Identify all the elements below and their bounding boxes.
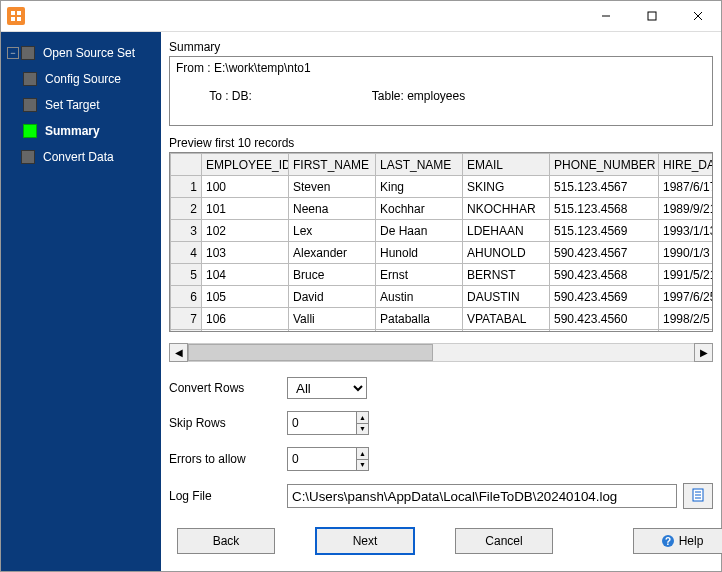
scroll-right-icon[interactable]: ▶ bbox=[694, 343, 713, 362]
table-cell: Valli bbox=[289, 308, 376, 330]
scroll-thumb[interactable] bbox=[188, 344, 433, 361]
row-number-cell: 8 bbox=[171, 330, 202, 332]
spin-up-icon[interactable]: ▲ bbox=[357, 412, 368, 424]
summary-to-line: To : DB:Table: employees bbox=[176, 75, 706, 117]
sidebar-item-summary[interactable]: Summary bbox=[5, 118, 157, 144]
wizard-footer: Back Next Cancel ? Help bbox=[169, 515, 713, 565]
cancel-button[interactable]: Cancel bbox=[455, 528, 553, 554]
table-row[interactable]: 5104BruceErnstBERNST590.423.45681991/5/2… bbox=[171, 264, 714, 286]
col-header[interactable]: PHONE_NUMBER bbox=[550, 154, 659, 176]
table-cell: LDEHAAN bbox=[463, 220, 550, 242]
table-row[interactable]: 7106ValliPataballaVPATABAL590.423.456019… bbox=[171, 308, 714, 330]
wizard-sidebar: − Open Source Set Config Source Set Targ… bbox=[1, 32, 161, 571]
table-cell: 100 bbox=[202, 176, 289, 198]
table-cell: Lex bbox=[289, 220, 376, 242]
skip-rows-label: Skip Rows bbox=[169, 416, 287, 430]
spin-down-icon[interactable]: ▼ bbox=[357, 424, 368, 435]
table-row[interactable]: 6105DavidAustinDAUSTIN590.423.45691997/6… bbox=[171, 286, 714, 308]
close-button[interactable] bbox=[675, 1, 721, 31]
svg-text:?: ? bbox=[665, 536, 671, 547]
summary-heading: Summary bbox=[169, 40, 713, 54]
table-cell: 515.123.4568 bbox=[550, 198, 659, 220]
table-cell: 590.423.4560 bbox=[550, 308, 659, 330]
convert-rows-select[interactable]: All bbox=[287, 377, 367, 399]
spin-down-icon[interactable]: ▼ bbox=[357, 460, 368, 471]
table-cell: 590.423.5567 bbox=[550, 330, 659, 332]
col-header[interactable]: LAST_NAME bbox=[376, 154, 463, 176]
skip-rows-input[interactable] bbox=[288, 412, 356, 434]
table-cell: Lorentz bbox=[376, 330, 463, 332]
table-row[interactable]: 3102LexDe HaanLDEHAAN515.123.45691993/1/… bbox=[171, 220, 714, 242]
table-row[interactable]: 1100StevenKingSKING515.123.45671987/6/17… bbox=[171, 176, 714, 198]
col-header[interactable]: FIRST_NAME bbox=[289, 154, 376, 176]
col-header[interactable]: EMAIL bbox=[463, 154, 550, 176]
table-cell: 1991/5/21 bbox=[659, 264, 714, 286]
table-cell: Pataballa bbox=[376, 308, 463, 330]
row-number-cell: 6 bbox=[171, 286, 202, 308]
svg-rect-5 bbox=[648, 12, 656, 20]
help-button[interactable]: ? Help bbox=[633, 528, 722, 554]
sidebar-item-config-source[interactable]: Config Source bbox=[5, 66, 157, 92]
table-cell: 101 bbox=[202, 198, 289, 220]
table-row[interactable]: 4103AlexanderHunoldAHUNOLD590.423.456719… bbox=[171, 242, 714, 264]
table-cell: 1997/6/25 bbox=[659, 286, 714, 308]
table-cell: SKING bbox=[463, 176, 550, 198]
table-cell: 106 bbox=[202, 308, 289, 330]
next-button[interactable]: Next bbox=[315, 527, 415, 555]
tree-collapse-icon[interactable]: − bbox=[7, 47, 19, 59]
summary-to-left: To : DB: bbox=[209, 89, 252, 103]
svg-rect-3 bbox=[17, 17, 21, 21]
row-number-header bbox=[171, 154, 202, 176]
preview-table[interactable]: EMPLOYEE_ID FIRST_NAME LAST_NAME EMAIL P… bbox=[169, 152, 713, 332]
skip-rows-spinner[interactable]: ▲▼ bbox=[287, 411, 369, 435]
maximize-button[interactable] bbox=[629, 1, 675, 31]
row-number-cell: 4 bbox=[171, 242, 202, 264]
table-cell: 1999/2/7 bbox=[659, 330, 714, 332]
summary-box: From : E:\work\temp\nto1 To : DB:Table: … bbox=[169, 56, 713, 126]
table-cell: DAUSTIN bbox=[463, 286, 550, 308]
main-panel: Summary From : E:\work\temp\nto1 To : DB… bbox=[161, 32, 721, 571]
table-row[interactable]: 2101NeenaKochharNKOCHHAR515.123.45681989… bbox=[171, 198, 714, 220]
sidebar-item-label: Open Source Set bbox=[43, 46, 135, 60]
sidebar-item-label: Summary bbox=[45, 124, 100, 138]
row-number-cell: 3 bbox=[171, 220, 202, 242]
row-number-cell: 2 bbox=[171, 198, 202, 220]
row-number-cell: 7 bbox=[171, 308, 202, 330]
table-cell: DLORENTZ bbox=[463, 330, 550, 332]
table-row[interactable]: 8107DianaLorentzDLORENTZ590.423.55671999… bbox=[171, 330, 714, 332]
sidebar-item-convert-data[interactable]: − Convert Data bbox=[5, 144, 157, 170]
step-status-icon bbox=[21, 46, 35, 60]
logfile-input[interactable] bbox=[287, 484, 677, 508]
sidebar-item-open-source-set[interactable]: − Open Source Set bbox=[5, 40, 157, 66]
horizontal-scrollbar[interactable]: ◀ ▶ bbox=[169, 344, 713, 361]
step-status-icon bbox=[23, 72, 37, 86]
spin-up-icon[interactable]: ▲ bbox=[357, 448, 368, 460]
sidebar-item-set-target[interactable]: Set Target bbox=[5, 92, 157, 118]
scroll-track[interactable] bbox=[188, 343, 694, 362]
table-cell: Alexander bbox=[289, 242, 376, 264]
sidebar-item-label: Convert Data bbox=[43, 150, 114, 164]
table-cell: Steven bbox=[289, 176, 376, 198]
row-number-cell: 1 bbox=[171, 176, 202, 198]
table-cell: 1987/6/17 bbox=[659, 176, 714, 198]
table-cell: Diana bbox=[289, 330, 376, 332]
scroll-left-icon[interactable]: ◀ bbox=[169, 343, 188, 362]
preview-heading: Preview first 10 records bbox=[169, 136, 713, 150]
document-icon bbox=[690, 487, 706, 506]
back-button[interactable]: Back bbox=[177, 528, 275, 554]
errors-allow-input[interactable] bbox=[288, 448, 356, 470]
col-header[interactable]: EMPLOYEE_ID bbox=[202, 154, 289, 176]
row-number-cell: 5 bbox=[171, 264, 202, 286]
table-cell: BERNST bbox=[463, 264, 550, 286]
table-cell: David bbox=[289, 286, 376, 308]
convert-rows-label: Convert Rows bbox=[169, 381, 287, 395]
table-cell: 103 bbox=[202, 242, 289, 264]
step-status-icon bbox=[21, 150, 35, 164]
logfile-browse-button[interactable] bbox=[683, 483, 713, 509]
sidebar-item-label: Set Target bbox=[45, 98, 99, 112]
col-header[interactable]: HIRE_DATE bbox=[659, 154, 714, 176]
table-cell: 590.423.4568 bbox=[550, 264, 659, 286]
errors-allow-spinner[interactable]: ▲▼ bbox=[287, 447, 369, 471]
minimize-button[interactable] bbox=[583, 1, 629, 31]
step-status-icon bbox=[23, 98, 37, 112]
